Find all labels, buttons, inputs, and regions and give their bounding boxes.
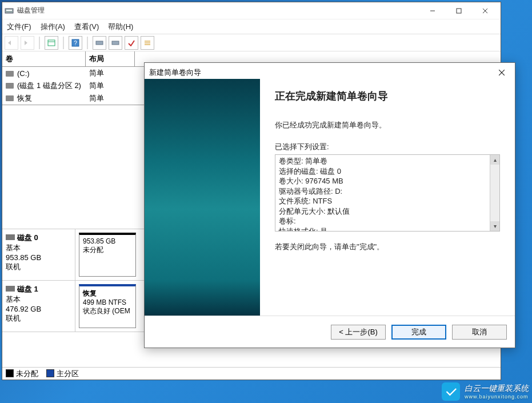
col-volume[interactable]: 卷 [2,51,86,67]
watermark: 白云一键重装系统 www.baiyunxitong.com [442,382,529,401]
settings-scrollbar[interactable]: ▴ ▾ [490,155,499,231]
cancel-button[interactable]: 取消 [452,325,507,340]
menu-view[interactable]: 查看(V) [74,22,99,32]
nav-back-icon [5,36,18,50]
col-layout[interactable]: 布局 [86,51,135,67]
minimize-button[interactable] [419,2,446,19]
finish-button[interactable]: 完成 [391,325,446,340]
disk-info[interactable]: 磁盘 0 基本 953.85 GB 联机 [2,229,75,280]
nav-fwd-icon [21,36,34,50]
svg-rect-1 [6,10,12,11]
partition-recovery[interactable]: 恢复 499 MB NTFS 状态良好 (OEM [79,284,136,328]
svg-rect-3 [457,9,461,13]
help-icon[interactable]: ? [69,36,82,50]
scroll-down-icon[interactable]: ▾ [490,221,500,231]
wizard-footer: < 上一步(B) 完成 取消 [145,316,515,348]
back-button[interactable]: < 上一步(B) [331,325,386,340]
list-icon[interactable] [141,36,154,50]
svg-rect-6 [48,40,55,46]
maximize-button[interactable] [446,2,472,19]
svg-rect-11 [112,41,119,45]
legend-unalloc: 未分配 [16,369,38,378]
legend: 未分配 主分区 [2,367,501,380]
disk-info[interactable]: 磁盘 1 基本 476.92 GB 联机 [2,281,75,332]
menu-help[interactable]: 帮助(H) [108,22,133,32]
wizard-message: 你已经成功完成新建简单卷向导。 [275,120,500,130]
wizard-settings-label: 已选择下列设置: [275,142,500,152]
menu-file[interactable]: 文件(F) [7,22,31,32]
wizard-title: 新建简单卷向导 [149,67,201,78]
app-icon [5,6,14,15]
watermark-text: 白云一键重装系统 [465,384,529,393]
wizard-heading: 正在完成新建简单卷向导 [275,89,500,103]
titlebar: 磁盘管理 [2,2,501,19]
new-simple-volume-wizard: 新建简单卷向导 正在完成新建简单卷向导 你已经成功完成新建简单卷向导。 已选择下… [144,62,515,348]
wizard-content: 正在完成新建简单卷向导 你已经成功完成新建简单卷向导。 已选择下列设置: 卷类型… [260,79,515,316]
partition-unallocated[interactable]: 953.85 GB 未分配 [79,233,136,277]
svg-rect-10 [96,41,103,45]
watermark-logo-icon [442,382,460,401]
disk-icon-2[interactable] [109,36,122,50]
close-button[interactable] [472,2,498,19]
wizard-closing: 若要关闭此向导，请单击"完成"。 [275,242,500,252]
wizard-titlebar: 新建简单卷向导 [145,63,515,79]
options-icon[interactable] [125,36,138,50]
svg-text:?: ? [74,40,77,46]
menu-action[interactable]: 操作(A) [41,22,65,32]
scroll-up-icon[interactable]: ▴ [490,155,500,165]
legend-primary: 主分区 [57,369,79,378]
window-title: 磁盘管理 [17,6,419,15]
view-icon[interactable] [45,36,58,50]
menubar: 文件(F) 操作(A) 查看(V) 帮助(H) [2,19,501,34]
toolbar: ? [2,34,501,51]
wizard-close-button[interactable] [493,66,510,79]
watermark-url: www.baiyunxitong.com [465,394,529,400]
wizard-sidebar-graphic [145,79,260,316]
disk-icon-1[interactable] [93,36,106,50]
wizard-settings-list[interactable]: 卷类型: 简单卷 选择的磁盘: 磁盘 0 卷大小: 976745 MB 驱动器号… [275,154,500,232]
